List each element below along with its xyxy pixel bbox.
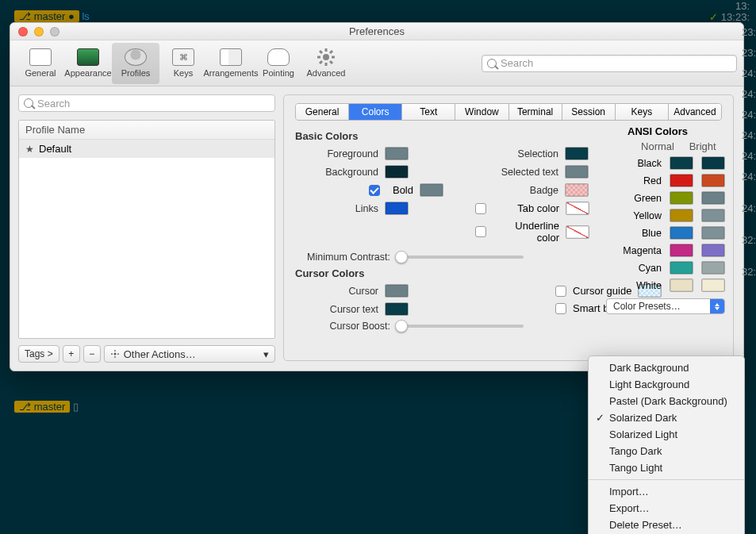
- selection-swatch[interactable]: [565, 147, 589, 160]
- ansi-colors: ANSI Colors NormalBright BlackRedGreenYe…: [590, 125, 725, 314]
- remove-profile-button[interactable]: −: [83, 345, 101, 363]
- tab-colors[interactable]: Colors: [349, 104, 402, 120]
- ansi-white-normal[interactable]: [670, 279, 693, 292]
- links-swatch[interactable]: [385, 202, 409, 215]
- toolbar-appearance[interactable]: Appearance: [64, 43, 112, 84]
- cursor-swatch[interactable]: [385, 284, 409, 298]
- ansi-green-normal[interactable]: [670, 191, 693, 205]
- preset-dark-background[interactable]: Dark Background: [589, 359, 744, 376]
- badge-swatch[interactable]: [565, 183, 589, 197]
- bold-swatch[interactable]: [420, 183, 443, 197]
- preset-pastel-dark-background-[interactable]: Pastel (Dark Background): [589, 393, 744, 409]
- preset-action-export-[interactable]: Export…: [589, 500, 744, 517]
- svg-line-8: [330, 51, 332, 53]
- background-swatch[interactable]: [385, 165, 409, 179]
- other-actions-button[interactable]: Other Actions…▾: [104, 345, 275, 363]
- add-profile-button[interactable]: +: [63, 345, 80, 363]
- foreground-swatch[interactable]: [385, 147, 409, 160]
- svg-point-9: [113, 353, 116, 355]
- tab-window[interactable]: Window: [455, 104, 508, 120]
- ansi-yellow-normal[interactable]: [670, 209, 693, 222]
- preset-action-delete-preset-[interactable]: Delete Preset…: [589, 517, 744, 533]
- cursor-guide-checkbox[interactable]: [555, 286, 566, 297]
- tab-color-swatch[interactable]: [566, 202, 589, 215]
- sidebar: Search Profile Name ★Default Tags > + − …: [10, 86, 283, 371]
- profile-list-header: Profile Name: [19, 121, 274, 140]
- minimize-icon[interactable]: [34, 27, 44, 36]
- ansi-magenta-bright[interactable]: [701, 244, 725, 257]
- preset-tango-light[interactable]: Tango Light: [589, 459, 744, 476]
- close-icon[interactable]: [18, 27, 28, 36]
- color-presets-menu: Dark BackgroundLight BackgroundPastel (D…: [588, 355, 745, 534]
- tab-color-checkbox[interactable]: [475, 203, 486, 214]
- ansi-green-bright[interactable]: [701, 191, 725, 205]
- tab-general[interactable]: General: [296, 104, 349, 120]
- profile-tabs: General Colors Text Window Terminal Sess…: [295, 103, 722, 121]
- zoom-icon[interactable]: [50, 27, 59, 36]
- tab-keys[interactable]: Keys: [616, 104, 669, 120]
- profile-row-default[interactable]: ★Default: [19, 140, 274, 158]
- ansi-blue-normal[interactable]: [670, 226, 693, 240]
- toolbar-arrangements[interactable]: Arrangements: [207, 43, 255, 84]
- smart-box-checkbox[interactable]: [555, 303, 566, 314]
- color-presets-button[interactable]: Color Presets…: [606, 298, 725, 314]
- profile-list: Profile Name ★Default: [18, 120, 275, 339]
- preset-solarized-dark[interactable]: Solarized Dark: [589, 409, 744, 426]
- tab-session[interactable]: Session: [562, 104, 616, 120]
- toolbar-advanced[interactable]: Advanced: [302, 43, 350, 84]
- preset-tango-dark[interactable]: Tango Dark: [589, 443, 744, 459]
- underline-checkbox[interactable]: [475, 226, 486, 237]
- preferences-window: Preferences General Appearance Profiles …: [10, 22, 744, 371]
- ansi-yellow-bright[interactable]: [701, 209, 725, 222]
- toolbar: General Appearance Profiles ⌘Keys Arrang…: [10, 40, 743, 86]
- ansi-black-bright[interactable]: [701, 156, 725, 170]
- star-icon: ★: [25, 144, 34, 155]
- toolbar-pointing[interactable]: Pointing: [255, 43, 302, 84]
- titlebar: Preferences: [10, 23, 743, 40]
- toolbar-profiles[interactable]: Profiles: [112, 43, 159, 84]
- tab-advanced[interactable]: Advanced: [669, 104, 721, 120]
- search-icon: [487, 59, 497, 68]
- cursor-text-swatch[interactable]: [385, 302, 409, 316]
- ansi-cyan-normal[interactable]: [670, 261, 693, 275]
- ansi-cyan-bright[interactable]: [701, 261, 725, 275]
- svg-point-0: [323, 54, 329, 60]
- ansi-red-bright[interactable]: [701, 174, 725, 187]
- svg-line-5: [320, 51, 322, 53]
- underline-swatch[interactable]: [566, 225, 589, 239]
- preset-solarized-light[interactable]: Solarized Light: [589, 426, 744, 443]
- cursor-boost-slider[interactable]: [397, 325, 524, 328]
- ansi-red-normal[interactable]: [670, 174, 693, 187]
- preset-light-background[interactable]: Light Background: [589, 376, 744, 393]
- selected-text-swatch[interactable]: [565, 165, 589, 179]
- window-title: Preferences: [10, 25, 743, 37]
- ansi-magenta-normal[interactable]: [670, 244, 693, 257]
- toolbar-general[interactable]: General: [17, 43, 64, 84]
- toolbar-keys[interactable]: ⌘Keys: [159, 43, 207, 84]
- min-contrast-slider[interactable]: [397, 255, 524, 259]
- ansi-black-normal[interactable]: [670, 156, 693, 170]
- toolbar-search[interactable]: Search: [482, 55, 737, 72]
- search-icon: [24, 98, 33, 108]
- svg-line-6: [330, 61, 332, 63]
- preset-action-import-[interactable]: Import…: [589, 483, 744, 500]
- svg-line-7: [320, 61, 322, 63]
- tags-button[interactable]: Tags >: [18, 345, 59, 363]
- tab-text[interactable]: Text: [402, 104, 455, 120]
- profile-search[interactable]: Search: [18, 94, 275, 112]
- ansi-white-bright[interactable]: [701, 279, 725, 292]
- chevron-updown-icon: [710, 299, 724, 313]
- bold-checkbox[interactable]: [369, 185, 380, 196]
- ansi-blue-bright[interactable]: [701, 226, 725, 240]
- tab-terminal[interactable]: Terminal: [509, 104, 562, 120]
